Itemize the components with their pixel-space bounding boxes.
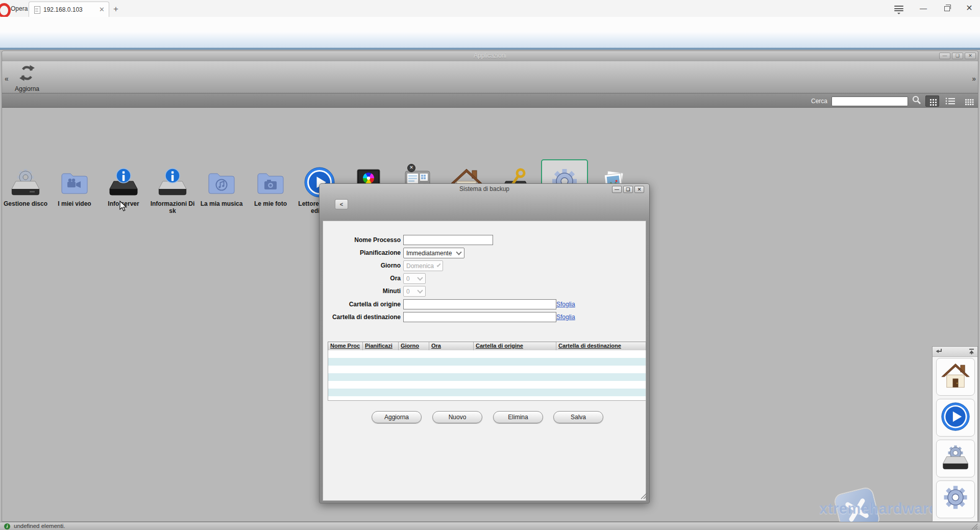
app-icon-label: La mia musica [198,200,245,207]
close-badge-icon: ✕ [407,164,415,172]
chevron-down-icon [456,249,461,255]
chevron-down-icon [417,275,423,280]
new-button[interactable]: Nuovo [432,411,482,423]
opera-label: Opera [11,5,28,12]
dialog-back-button[interactable]: < [335,199,348,209]
field-label: Ora [323,273,401,284]
window-minimize-button[interactable]: — [916,4,931,13]
column-header[interactable]: Ora [429,342,474,350]
collapse-left-button[interactable]: « [5,75,9,83]
detail-view-button[interactable] [961,95,975,107]
schedule-select[interactable]: Immediatamente [403,248,464,258]
dock-item-disk-management[interactable] [936,440,975,477]
window-close-button[interactable]: ✕ [962,4,977,13]
disk-gear-icon [941,443,970,474]
page-favicon-icon [34,6,40,14]
column-header[interactable]: Cartella di origine [474,342,556,350]
list-view-button[interactable] [943,95,957,107]
app-icon-label: Informazioni Disk [149,200,196,214]
undo-arrow-icon[interactable] [935,348,943,357]
day-select: Domenica [403,260,443,271]
refresh-button[interactable]: Aggiorna [11,64,43,92]
field-label: Pianificazione [323,248,401,258]
nas-toolbar: Preferenze admin 2015-11-19 20:21:19 [0,32,980,49]
refresh-icon [18,75,36,84]
search-icon[interactable] [912,95,921,107]
dock-item-media-player[interactable] [936,399,975,437]
applications-titlebar[interactable]: Applicazioni — ❏ ✕ [2,51,978,62]
collapse-top-icon[interactable] [968,348,975,357]
dest-folder-input[interactable] [403,312,556,322]
source-browse-link[interactable]: Sfoglia [556,301,575,308]
dest-browse-link[interactable]: Sfoglia [556,314,575,321]
collapse-right-button[interactable]: » [972,75,976,83]
form-row: Ora 0 [323,273,646,284]
status-message: undefined elementi. [14,523,65,529]
app-icon-label: Le mie foto [247,200,294,207]
app-icon-label: Info server [100,200,147,207]
screen: Opera 192.168.0.103 ✕ + — ✕ ← → i 192.16… [0,0,980,530]
info-icon: i [4,523,10,529]
form-row: Cartella di destinazione Sfoglia [323,312,646,323]
column-header[interactable]: Cartella di destinazione [556,342,646,350]
column-header[interactable]: Nome Proc [328,342,363,350]
app-icon-my-music[interactable]: La mia musica [198,159,245,228]
applications-title: Applicazioni [2,51,978,61]
backup-table-body[interactable] [328,350,646,401]
refresh-list-button[interactable]: Aggiorna [372,411,422,423]
browser-menu-icon[interactable] [894,6,903,12]
server-info-icon [107,166,140,199]
app-close-button[interactable]: ✕ [965,53,976,59]
form-row: Cartella di origine Sfoglia [323,299,646,310]
dialog-close-button[interactable]: ✕ [634,186,644,193]
app-icon-my-videos[interactable]: I miei video [51,159,98,228]
dock-header [933,347,977,357]
field-label: Cartella di destinazione [323,312,401,323]
column-header[interactable]: Giorno [399,342,429,350]
backup-table-header: Nome Proc Pianificazi Giorno Ora Cartell… [328,342,646,351]
dialog-minimize-button[interactable]: — [612,186,622,193]
dock-item-my-linkstation[interactable] [936,358,975,396]
process-name-input[interactable] [403,235,493,245]
photos-folder-icon [254,166,287,199]
window-restore-button[interactable] [939,4,954,13]
new-tab-button[interactable]: + [113,4,118,14]
toolbar-accent-line [0,49,980,50]
app-icon-label: I miei video [51,200,98,207]
applications-toolbar: « » Aggiorna [2,61,978,93]
app-icon-server-info[interactable]: Info server [100,159,147,228]
form-row: Minuti 0 [323,286,646,297]
save-button[interactable]: Salva [553,411,603,423]
opera-menu-button[interactable]: Opera [0,1,28,16]
column-header[interactable]: Pianificazi [363,342,399,350]
app-icon-disk-info[interactable]: Informazioni Disk [149,159,196,228]
grid-view-button[interactable] [925,95,939,107]
resize-grip[interactable] [641,492,648,501]
window-resize-grip[interactable] [971,523,978,530]
dialog-maximize-button[interactable]: ❏ [623,186,633,193]
form-row: Giorno Domenica [323,260,646,271]
chevron-down-icon [437,263,441,267]
app-restore-button[interactable]: ❏ [952,53,963,59]
tab-title: 192.168.0.103 [43,6,83,13]
delete-button[interactable]: Elimina [493,411,543,423]
backup-dialog: Sistema di backup — ❏ ✕ < Nome Processo … [319,183,650,503]
chevron-down-icon [417,287,423,293]
field-label: Giorno [323,260,401,271]
tab-close-icon[interactable]: ✕ [99,6,105,14]
dialog-content: Nome Processo Pianificazione Immediatame… [323,221,646,501]
dialog-title: Sistema di backup [320,185,649,192]
search-input[interactable] [831,97,908,106]
house-icon [941,361,970,393]
app-icon-disk-management[interactable]: Gestione disco [2,159,49,228]
app-minimize-button[interactable]: — [939,53,950,59]
search-label: Cerca [811,98,827,105]
browser-tab[interactable]: 192.168.0.103 ✕ [29,2,109,17]
video-folder-icon [58,166,91,199]
form-row: Nome Processo [323,235,646,246]
source-folder-input[interactable] [403,299,556,309]
app-icon-my-photos[interactable]: Le mie foto [247,159,294,228]
browser-address-bar: ← → i 192.168.0.103/rtknas2/Applications… [0,17,980,32]
gear-icon [940,483,971,516]
dock-item-preferences[interactable] [936,480,975,518]
